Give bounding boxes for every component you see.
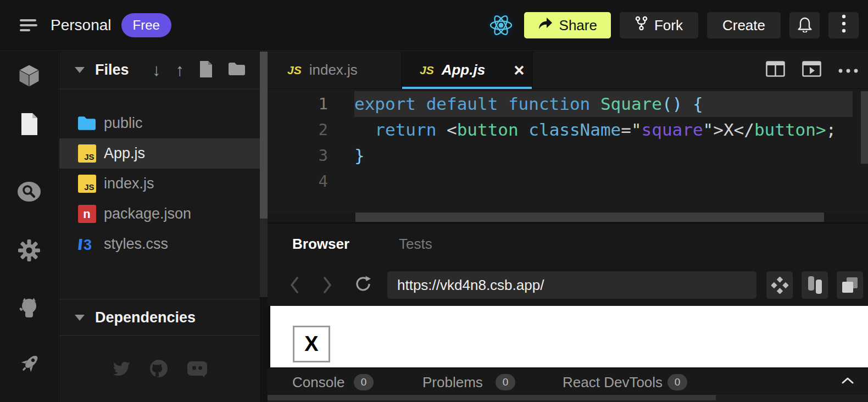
js-file-icon: JS — [77, 175, 96, 193]
fork-button-label: Fork — [654, 17, 683, 34]
tab-label: App.js — [442, 62, 485, 79]
problems-count-badge: 0 — [496, 374, 515, 390]
codesandbox-window: Personal Free — [0, 0, 868, 402]
explorer-scrollbar-thumb[interactable] — [260, 52, 268, 219]
file-row-indexjs[interactable]: JS index.js — [59, 169, 260, 199]
workspace-title[interactable]: Personal — [51, 16, 112, 34]
svg-text:3: 3 — [84, 237, 92, 253]
twitter-icon[interactable] — [112, 361, 131, 379]
square-button[interactable]: X — [293, 326, 330, 362]
file-row-packagejson[interactable]: n package.json — [59, 199, 260, 229]
file-list: public JS App.js JS index.js n package.j… — [59, 90, 260, 259]
close-tab-icon[interactable]: × — [514, 61, 524, 79]
chevron-down-icon — [75, 67, 85, 73]
editor-more-icon[interactable] — [838, 65, 858, 75]
fork-icon — [635, 16, 648, 35]
folder-icon — [77, 114, 96, 133]
browser-preview-viewport[interactable]: X — [268, 306, 868, 367]
plan-badge: Free — [121, 13, 171, 37]
activity-bar — [0, 52, 59, 402]
js-file-icon: JS — [420, 64, 434, 77]
tab-label: index.js — [309, 62, 358, 79]
code-line[interactable]: 2 return <button className="square">X</b… — [268, 117, 868, 143]
preview-tab-bar: Browser Tests — [268, 224, 868, 264]
explorer-scrollbar[interactable] — [260, 52, 268, 297]
line-number: 3 — [268, 143, 354, 169]
line-number: 2 — [268, 117, 354, 143]
open-preview-icon[interactable] — [802, 61, 821, 79]
react-logo-icon — [487, 11, 515, 40]
css-file-icon: 3 — [77, 235, 96, 254]
code-line[interactable]: 3} — [268, 143, 868, 169]
search-icon[interactable] — [17, 181, 41, 204]
editor-tab-strip: JS index.js JS App.js × — [268, 52, 868, 89]
code-line[interactable]: 4 — [268, 169, 868, 194]
deploy-rocket-icon[interactable] — [16, 351, 42, 379]
open-in-new-window-icon[interactable] — [837, 271, 863, 299]
social-links — [59, 359, 260, 381]
tab-appjs[interactable]: JS App.js × — [402, 52, 533, 88]
js-file-icon: JS — [77, 144, 96, 163]
console-count-badge: 0 — [354, 374, 374, 390]
react-devtools-count-badge: 0 — [667, 374, 687, 390]
share-button[interactable]: Share — [524, 12, 611, 38]
top-header: Personal Free — [0, 0, 868, 51]
chevron-up-icon[interactable] — [842, 376, 854, 386]
chevron-down-icon — [75, 315, 85, 321]
react-devtools-tab[interactable]: React DevTools — [563, 369, 663, 396]
code-lines[interactable]: 1export default function Square() {2 ret… — [268, 89, 868, 194]
preview-horizontal-scrollbar[interactable] — [268, 395, 868, 400]
file-name: package.json — [104, 205, 191, 222]
dependencies-section-header[interactable]: Dependencies — [59, 299, 260, 336]
devtools-grid-icon[interactable] — [766, 271, 793, 299]
upload-files-icon[interactable]: ↑ — [176, 62, 185, 79]
file-row-appjs[interactable]: JS App.js — [59, 138, 260, 169]
notifications-button[interactable] — [789, 12, 820, 38]
explorer-file-icon[interactable] — [20, 113, 38, 138]
browser-navigation-bar — [268, 264, 868, 306]
console-label: Console — [292, 374, 344, 391]
tab-tests[interactable]: Tests — [399, 236, 432, 253]
create-button[interactable]: Create — [707, 12, 781, 38]
editor-hscrollbar-thumb[interactable] — [355, 213, 824, 222]
npm-file-icon: n — [77, 205, 96, 224]
tab-indexjs[interactable]: JS index.js — [268, 52, 402, 88]
back-icon[interactable] — [288, 277, 301, 293]
url-input[interactable] — [387, 271, 756, 299]
problems-tab[interactable]: Problems — [422, 369, 483, 396]
files-section-title: Files — [95, 62, 129, 79]
new-folder-icon[interactable] — [228, 62, 246, 79]
devtools-status-bar: Console 0 Problems 0 React DevTools 0 — [268, 367, 868, 395]
preview-hscrollbar-thumb[interactable] — [268, 395, 716, 400]
preview-pane: Browser Tests — [268, 222, 868, 402]
menu-icon[interactable] — [20, 16, 37, 34]
file-row-stylescss[interactable]: 3 styles.css — [59, 229, 260, 259]
code-line[interactable]: 1export default function Square() { — [268, 91, 868, 117]
file-row-public[interactable]: public — [59, 108, 260, 138]
more-options-button[interactable] — [828, 12, 859, 38]
download-sandbox-icon[interactable]: ↓ — [152, 62, 161, 79]
split-editor-icon[interactable] — [766, 61, 785, 79]
fork-button[interactable]: Fork — [620, 12, 698, 38]
settings-gear-icon[interactable] — [18, 239, 41, 264]
github-link-icon[interactable] — [149, 359, 169, 381]
forward-icon[interactable] — [321, 277, 333, 293]
bell-icon — [797, 15, 813, 36]
file-name: index.js — [104, 175, 154, 192]
react-devtools-label: React DevTools — [563, 374, 663, 391]
files-section-header[interactable]: Files ↓ ↑ — [59, 52, 260, 90]
editor-horizontal-scrollbar[interactable] — [268, 213, 868, 222]
refresh-icon[interactable] — [354, 275, 372, 295]
sandbox-cube-icon[interactable] — [18, 64, 41, 90]
editor-vertical-scrollbar-thumb[interactable] — [861, 91, 868, 164]
line-number: 1 — [268, 91, 354, 117]
share-button-label: Share — [559, 17, 597, 34]
discord-icon[interactable] — [187, 360, 208, 380]
github-icon[interactable] — [17, 297, 41, 321]
console-tab[interactable]: Console — [292, 369, 344, 396]
tab-browser[interactable]: Browser — [292, 236, 349, 253]
share-arrow-icon — [538, 17, 553, 34]
file-name: App.js — [104, 145, 145, 162]
new-file-icon[interactable] — [199, 60, 213, 80]
copy-url-icon[interactable] — [802, 271, 828, 299]
